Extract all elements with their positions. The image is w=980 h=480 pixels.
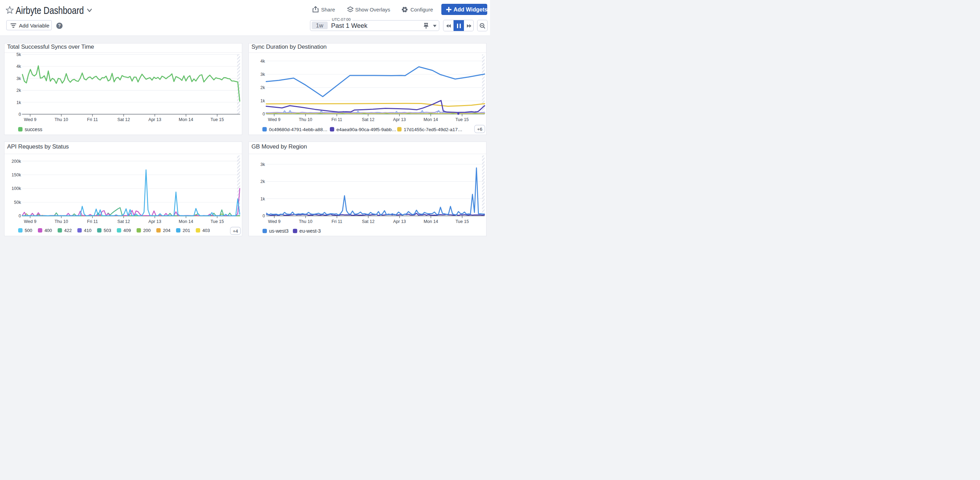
svg-text:Fri 11: Fri 11 <box>87 118 98 123</box>
svg-text:403: 403 <box>202 228 210 233</box>
svg-text:Apr 13: Apr 13 <box>148 118 161 123</box>
svg-text:Thu 10: Thu 10 <box>299 117 312 122</box>
svg-text:Wed 9: Wed 9 <box>24 219 37 224</box>
svg-text:+6: +6 <box>477 127 482 132</box>
svg-text:409: 409 <box>123 228 131 233</box>
svg-text:2k: 2k <box>260 179 265 184</box>
svg-text:Thu 10: Thu 10 <box>299 219 312 224</box>
svg-text:Fri 11: Fri 11 <box>331 219 342 224</box>
svg-text:Tue 15: Tue 15 <box>455 117 468 122</box>
svg-text:200: 200 <box>143 228 151 233</box>
svg-text:Apr 13: Apr 13 <box>393 117 406 122</box>
svg-text:201: 201 <box>183 228 191 233</box>
svg-text:Apr 13: Apr 13 <box>393 219 406 224</box>
svg-text:e4aea90a-90ca-49f5-9abb…: e4aea90a-90ca-49f5-9abb… <box>336 127 396 132</box>
svg-text:Sat 12: Sat 12 <box>118 219 130 224</box>
svg-text:410: 410 <box>84 228 92 233</box>
svg-text:Mon 14: Mon 14 <box>424 117 438 122</box>
svg-text:0: 0 <box>263 112 265 117</box>
svg-text:503: 503 <box>103 228 111 233</box>
svg-text:50k: 50k <box>14 200 21 205</box>
svg-text:us-west3: us-west3 <box>269 228 288 234</box>
svg-text:Sat 12: Sat 12 <box>362 219 375 224</box>
svg-text:Wed 9: Wed 9 <box>268 219 280 224</box>
svg-text:3k: 3k <box>16 76 21 81</box>
svg-text:1k: 1k <box>16 100 21 105</box>
svg-text:0: 0 <box>19 214 21 218</box>
svg-text:400: 400 <box>45 228 52 233</box>
svg-text:Mon 14: Mon 14 <box>424 219 438 224</box>
svg-text:Fri 11: Fri 11 <box>331 117 342 122</box>
svg-text:200k: 200k <box>11 159 21 164</box>
svg-text:Wed 9: Wed 9 <box>268 117 280 122</box>
svg-text:Tue 15: Tue 15 <box>456 219 469 224</box>
svg-text:2k: 2k <box>260 86 265 91</box>
svg-text:204: 204 <box>163 228 171 233</box>
svg-text:success: success <box>25 127 42 132</box>
svg-text:0c49680d-4791-4ebb-a88…: 0c49680d-4791-4ebb-a88… <box>269 127 328 132</box>
svg-text:Thu 10: Thu 10 <box>54 118 68 123</box>
svg-text:Tue 15: Tue 15 <box>211 219 224 224</box>
svg-text:0: 0 <box>263 214 265 218</box>
svg-text:4k: 4k <box>16 64 21 69</box>
svg-text:Apr 13: Apr 13 <box>148 219 161 224</box>
svg-text:422: 422 <box>64 228 72 233</box>
svg-text:Tue 15: Tue 15 <box>211 118 224 123</box>
svg-text:0: 0 <box>19 112 21 117</box>
svg-text:+4: +4 <box>233 228 239 234</box>
svg-text:Wed 9: Wed 9 <box>24 118 37 123</box>
svg-text:Mon 14: Mon 14 <box>179 219 193 224</box>
svg-text:1k: 1k <box>260 99 265 104</box>
svg-text:2k: 2k <box>16 88 21 93</box>
svg-text:17d1455c-7ed5-49d2-a17…: 17d1455c-7ed5-49d2-a17… <box>404 127 463 132</box>
svg-text:150k: 150k <box>11 172 21 177</box>
svg-text:eu-west-3: eu-west-3 <box>299 228 321 234</box>
svg-text:Sat 12: Sat 12 <box>362 117 374 122</box>
svg-text:Mon 14: Mon 14 <box>179 118 193 123</box>
svg-text:500: 500 <box>25 228 32 233</box>
svg-text:Fri 11: Fri 11 <box>87 219 98 224</box>
svg-text:Thu 10: Thu 10 <box>54 219 68 224</box>
svg-text:Sat 12: Sat 12 <box>118 118 130 123</box>
svg-text:4k: 4k <box>260 59 265 64</box>
svg-text:3k: 3k <box>260 72 265 77</box>
svg-text:1k: 1k <box>260 196 265 201</box>
svg-text:5k: 5k <box>16 52 21 57</box>
svg-text:100k: 100k <box>11 187 21 191</box>
svg-text:3k: 3k <box>260 162 265 167</box>
